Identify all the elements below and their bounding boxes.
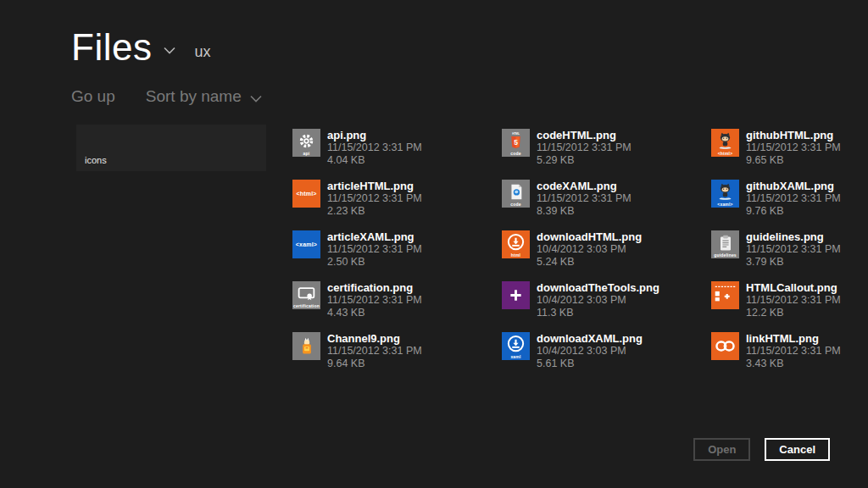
- tile-caption: guidelines: [711, 252, 739, 258]
- tile-caption: xaml: [502, 354, 530, 359]
- file-tile: <html>: [292, 180, 320, 208]
- file-item[interactable]: downloadTheTools.png10/4/2012 3:03 PM11.…: [502, 281, 711, 321]
- file-name: codeXAML.png: [537, 180, 632, 192]
- file-name: downloadXAML.png: [537, 332, 643, 345]
- file-tile: api: [292, 129, 320, 157]
- file-meta: codeXAML.png11/15/2012 3:31 PM8.39 KB: [537, 180, 632, 218]
- html5-icon: HTML5: [509, 132, 522, 150]
- file-item[interactable]: <html>githubHTML.png11/15/2012 3:31 PM9.…: [711, 129, 868, 169]
- tile-caption: code: [502, 151, 530, 156]
- callout-icon: [714, 285, 737, 307]
- command-bar: Go up Sort by name: [71, 86, 262, 107]
- certificate-icon: [298, 286, 315, 301]
- file-meta: codeHTML.png11/15/2012 3:31 PM5.29 KB: [537, 129, 632, 167]
- chevron-down-icon: [250, 88, 262, 107]
- file-tile: html: [502, 230, 530, 258]
- file-meta: guidelines.png11/15/2012 3:31 PM3.79 KB: [746, 230, 841, 269]
- file-size: 8.39 KB: [537, 205, 632, 218]
- chevron-down-icon[interactable]: [164, 42, 175, 58]
- file-tile: [502, 281, 530, 309]
- file-size: 3.79 KB: [746, 256, 841, 269]
- file-item[interactable]: Channel9.png11/15/2012 3:31 PM9.64 KB: [292, 332, 502, 372]
- file-item[interactable]: <xaml>githubXAML.png11/15/2012 3:31 PM9.…: [711, 180, 868, 219]
- app-title[interactable]: Files: [71, 29, 152, 66]
- file-name: downloadTheTools.png: [537, 281, 659, 294]
- file-size: 9.65 KB: [746, 154, 841, 167]
- file-meta: linkHTML.png11/15/2012 3:31 PM3.43 KB: [746, 332, 841, 370]
- file-size: 2.23 KB: [327, 205, 422, 218]
- file-size: 3.43 KB: [746, 358, 841, 370]
- file-name: guidelines.png: [746, 230, 841, 243]
- file-meta: HTMLCallout.png11/15/2012 3:31 PM12.2 KB: [746, 281, 841, 319]
- header: Files ux: [71, 29, 210, 66]
- file-date: 11/15/2012 3:31 PM: [746, 294, 841, 307]
- file-date: 10/4/2012 3:03 PM: [537, 243, 642, 256]
- file-item[interactable]: guidelinesguidelines.png11/15/2012 3:31 …: [711, 230, 868, 270]
- go-up-button[interactable]: Go up: [71, 87, 115, 106]
- file-size: 9.76 KB: [746, 205, 841, 218]
- file-item[interactable]: certificationcertification.png11/15/2012…: [292, 281, 502, 321]
- file-item[interactable]: xamldownloadXAML.png10/4/2012 3:03 PM5.6…: [502, 332, 711, 372]
- file-tile: <xaml>: [292, 230, 320, 258]
- download-icon: [506, 335, 526, 354]
- cancel-button[interactable]: Cancel: [765, 438, 830, 461]
- file-tile: code: [502, 180, 530, 208]
- file-date: 11/15/2012 3:31 PM: [537, 141, 632, 154]
- svg-text:HTML: HTML: [512, 132, 520, 136]
- folder-label: icons: [85, 155, 107, 165]
- chain-link-icon: [715, 340, 735, 352]
- file-size: 12.2 KB: [746, 307, 841, 319]
- file-name: api.png: [327, 129, 422, 141]
- file-date: 11/15/2012 3:31 PM: [327, 294, 422, 307]
- file-item[interactable]: <xaml>articleXAML.png11/15/2012 3:31 PM2…: [292, 230, 502, 270]
- file-meta: githubHTML.png11/15/2012 3:31 PM9.65 KB: [746, 129, 841, 167]
- tile-caption: api: [292, 151, 320, 156]
- octocat-icon: [717, 183, 733, 201]
- sidebar-item-icons[interactable]: icons: [76, 125, 266, 171]
- file-item[interactable]: htmldownloadHTML.png10/4/2012 3:03 PM5.2…: [502, 230, 711, 270]
- file-name: HTMLCallout.png: [746, 281, 841, 294]
- file-date: 11/15/2012 3:31 PM: [327, 192, 422, 205]
- file-meta: Channel9.png11/15/2012 3:31 PM9.64 KB: [327, 332, 422, 370]
- file-name: linkHTML.png: [746, 332, 841, 345]
- file-size: 2.50 KB: [327, 256, 422, 269]
- file-item[interactable]: linkHTML.png11/15/2012 3:31 PM3.43 KB: [711, 332, 868, 372]
- file-size: 5.24 KB: [537, 256, 642, 269]
- file-meta: certification.png11/15/2012 3:31 PM4.43 …: [327, 281, 422, 319]
- file-meta: articleXAML.png11/15/2012 3:31 PM2.50 KB: [327, 230, 422, 269]
- file-name: articleHTML.png: [327, 180, 422, 192]
- file-size: 11.3 KB: [537, 307, 659, 319]
- clipboard-icon: [719, 235, 732, 252]
- file-meta: articleHTML.png11/15/2012 3:31 PM2.23 KB: [327, 180, 422, 218]
- file-date: 11/15/2012 3:31 PM: [746, 345, 841, 358]
- open-button[interactable]: Open: [693, 438, 750, 461]
- download-icon: [506, 233, 526, 252]
- file-name: Channel9.png: [327, 332, 422, 345]
- file-item[interactable]: <html>articleHTML.png11/15/2012 3:31 PM2…: [292, 180, 502, 219]
- file-date: 11/15/2012 3:31 PM: [327, 345, 422, 358]
- breadcrumb-location: ux: [194, 43, 210, 61]
- file-tile: [711, 332, 739, 360]
- file-item[interactable]: codecodeXAML.png11/15/2012 3:31 PM8.39 K…: [502, 180, 711, 219]
- file-meta: githubXAML.png11/15/2012 3:31 PM9.76 KB: [746, 180, 841, 218]
- file-item[interactable]: HTML5codecodeHTML.png11/15/2012 3:31 PM5…: [502, 129, 711, 169]
- sort-by-button[interactable]: Sort by name: [146, 86, 262, 107]
- tile-caption: <html>: [711, 151, 739, 156]
- file-tile: certification: [292, 281, 320, 309]
- file-name: certification.png: [327, 281, 422, 294]
- file-grid: apiapi.png11/15/2012 3:31 PM4.04 KB<html…: [292, 129, 868, 383]
- tile-caption: html: [502, 252, 530, 258]
- file-item[interactable]: HTMLCallout.png11/15/2012 3:31 PM12.2 KB: [711, 281, 868, 321]
- tile-caption: code: [502, 202, 530, 207]
- file-tile: <xaml>: [711, 180, 739, 208]
- file-tile: <html>: [711, 129, 739, 157]
- file-date: 11/15/2012 3:31 PM: [327, 141, 422, 154]
- file-item[interactable]: apiapi.png11/15/2012 3:31 PM4.04 KB: [292, 129, 502, 169]
- svg-text:5: 5: [514, 138, 518, 147]
- tile-caption: certification: [292, 303, 320, 308]
- octocat-icon: [717, 132, 733, 150]
- file-meta: downloadHTML.png10/4/2012 3:03 PM5.24 KB: [537, 230, 642, 269]
- file-date: 11/15/2012 3:31 PM: [746, 243, 841, 256]
- file-name: articleXAML.png: [327, 230, 422, 243]
- file-date: 11/15/2012 3:31 PM: [327, 243, 422, 256]
